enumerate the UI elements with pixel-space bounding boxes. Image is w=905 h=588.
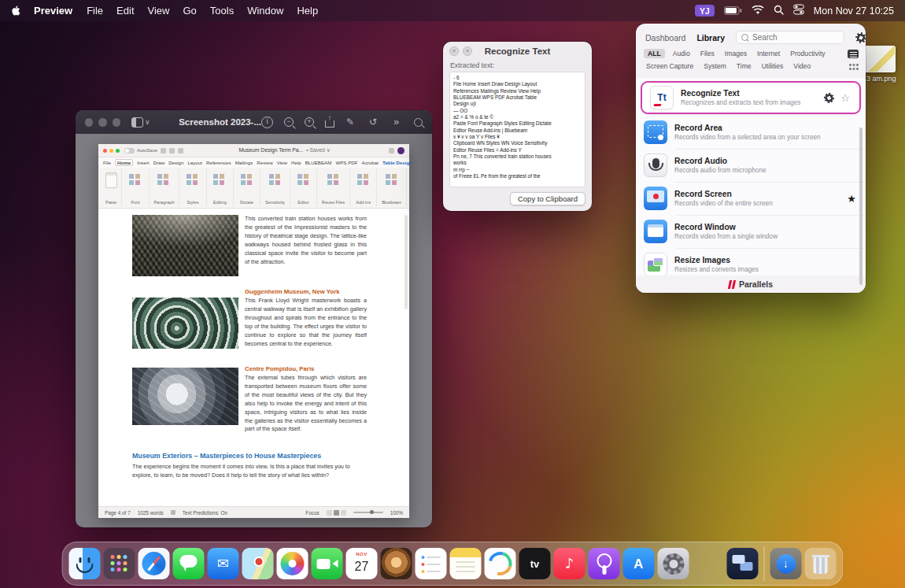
- menu-item[interactable]: File: [87, 5, 103, 17]
- list-view-icon[interactable]: [848, 50, 859, 58]
- page-indicator[interactable]: Page 4 of 7: [105, 510, 131, 516]
- toolbox-tool-record-area[interactable]: Record Area Records video from a selecte…: [636, 116, 866, 149]
- dock-item-apple-tv[interactable]: tv: [519, 548, 551, 579]
- dock-item-downloads[interactable]: ↓: [770, 548, 802, 579]
- toolbox-tool-recognize-text[interactable]: Tt Recognize Text Recognizes and extract…: [641, 81, 861, 114]
- text-predictions-status[interactable]: Text Predictions: On: [183, 510, 227, 516]
- close-button[interactable]: [85, 118, 93, 127]
- toolbox-tool-record-audio[interactable]: Record Audio Records audio from micropho…: [636, 149, 866, 182]
- filter-chip[interactable]: Images: [722, 49, 749, 58]
- spotlight-search-icon[interactable]: [774, 4, 784, 18]
- dock-item-dock-separator[interactable]: [764, 546, 765, 581]
- tool-settings-gear-icon[interactable]: [824, 93, 834, 103]
- dock-item-podcasts[interactable]: [589, 548, 620, 579]
- word-count[interactable]: 1025 words: [138, 510, 164, 516]
- dock-item-messages[interactable]: [173, 548, 205, 579]
- tool-description: Records audio from microphone: [674, 167, 766, 174]
- view-mode-icons[interactable]: [327, 510, 346, 516]
- toolbox-tool-record-window[interactable]: Record Window Records video from a singl…: [636, 215, 866, 248]
- filter-chip[interactable]: Video: [791, 61, 813, 71]
- toolbox-tool-record-screen[interactable]: Record Screen Records video of the entir…: [636, 182, 866, 215]
- dock-item-app-store[interactable]: A: [623, 548, 655, 579]
- tool-description: Records video from a selected area on yo…: [674, 134, 821, 141]
- chevron-down-icon[interactable]: [143, 116, 152, 128]
- user-switch-badge[interactable]: YJ: [695, 5, 715, 17]
- filter-chip[interactable]: System: [701, 61, 729, 71]
- toolbox-scrollbar[interactable]: [859, 128, 863, 285]
- dock-item-contacts[interactable]: [381, 548, 412, 579]
- focus-mode-label[interactable]: Focus: [305, 510, 319, 516]
- active-app-name[interactable]: Preview: [34, 5, 72, 17]
- dock-item-music[interactable]: ♪: [554, 548, 585, 579]
- extracted-text-label: Extracted text:: [450, 61, 585, 69]
- dock-item-parallels-desktop[interactable]: [727, 548, 759, 579]
- dock-item-safari[interactable]: [139, 548, 170, 579]
- sidebar-toggle-icon[interactable]: [131, 117, 143, 128]
- screenshot-file-thumbnail[interactable]: [861, 46, 896, 72]
- more-toolbar-items-icon[interactable]: [391, 116, 403, 128]
- tab-library[interactable]: Library: [696, 33, 725, 43]
- close-icon[interactable]: ✕: [449, 46, 459, 56]
- dock-item-trash[interactable]: [805, 548, 837, 579]
- dock-item-maps[interactable]: [242, 548, 274, 579]
- filter-chip[interactable]: ALL: [644, 49, 665, 58]
- rotate-icon[interactable]: [368, 116, 380, 128]
- menu-item[interactable]: Go: [183, 5, 196, 17]
- dock-item-notes[interactable]: [450, 548, 482, 579]
- menu-item[interactable]: View: [148, 5, 170, 17]
- dock-item-freeform[interactable]: [485, 548, 516, 579]
- zoom-in-icon[interactable]: [305, 117, 314, 127]
- zoom-out-icon[interactable]: [284, 117, 294, 127]
- wifi-icon[interactable]: [752, 4, 764, 18]
- zoom-button[interactable]: [113, 118, 120, 127]
- extracted-text-area[interactable]: - 6 File Home Insert Draw Design Layout …: [449, 72, 585, 187]
- preview-title-bar[interactable]: Screenshot 2023-...: [76, 110, 432, 134]
- markup-pencil-icon[interactable]: [345, 116, 357, 128]
- recognize-title-bar[interactable]: ✕ ✕ Recognize Text: [443, 42, 592, 60]
- dock-item-photos[interactable]: [277, 548, 308, 579]
- dock-item-finder[interactable]: [69, 548, 101, 579]
- info-icon[interactable]: [261, 116, 273, 128]
- tool-favorite-star-icon[interactable]: ☆: [840, 93, 850, 103]
- dock-item-facetime[interactable]: [312, 548, 343, 579]
- menu-bar-clock[interactable]: Mon Nov 27 10:25: [814, 6, 894, 17]
- minimize-icon[interactable]: ✕: [463, 46, 472, 56]
- tool-favorite-star-icon[interactable]: ★: [847, 194, 856, 204]
- filter-chip[interactable]: Productivity: [788, 49, 827, 58]
- dock-item-calendar[interactable]: NOV 27: [346, 548, 378, 579]
- search-input[interactable]: [752, 33, 839, 42]
- filter-chip[interactable]: Screen Capture: [644, 61, 696, 71]
- filter-chip[interactable]: Audio: [670, 49, 693, 58]
- filter-chip[interactable]: Utilities: [759, 61, 786, 71]
- minimize-button[interactable]: [98, 118, 106, 127]
- menu-item[interactable]: Help: [297, 5, 318, 17]
- dock-item-reminders[interactable]: [416, 548, 447, 579]
- zoom-percent[interactable]: 100%: [390, 510, 403, 516]
- battery-icon[interactable]: [724, 4, 742, 18]
- document-paragraph: The external tubes through which visitor…: [245, 374, 367, 434]
- grid-view-icon[interactable]: [848, 63, 858, 70]
- tool-name: Record Audio: [674, 157, 766, 165]
- toolbox-settings-gear-icon[interactable]: [855, 32, 866, 43]
- toolbox-tool-resize-images[interactable]: Resize Images Resizes and converts image…: [636, 248, 866, 276]
- apple-menu-icon[interactable]: [11, 5, 21, 17]
- dock-item-mail[interactable]: ✉: [208, 548, 239, 579]
- filter-chip[interactable]: Time: [734, 61, 754, 71]
- filter-chip[interactable]: Files: [698, 49, 717, 58]
- filter-chip[interactable]: Internet: [755, 49, 782, 58]
- control-center-icon[interactable]: [793, 4, 804, 18]
- dock-item-launchpad[interactable]: [104, 548, 135, 579]
- document-section-heading: Museum Exteriors – Masterpieces to House…: [132, 452, 367, 460]
- menu-item[interactable]: Edit: [116, 5, 134, 17]
- menu-item[interactable]: Tools: [210, 5, 234, 17]
- dock-item-system-settings[interactable]: [658, 548, 689, 579]
- share-icon[interactable]: [325, 120, 334, 128]
- copy-to-clipboard-button[interactable]: Copy to Clipboard: [510, 192, 585, 205]
- tab-dashboard[interactable]: Dashboard: [645, 33, 685, 43]
- dock: ✉ NOV 27: [62, 542, 844, 586]
- menu-item[interactable]: Window: [247, 5, 283, 17]
- toolbox-search-field[interactable]: [736, 31, 844, 44]
- ribbon-tab: Design: [168, 160, 183, 165]
- search-icon[interactable]: [414, 118, 423, 127]
- zoom-slider[interactable]: [353, 512, 383, 513]
